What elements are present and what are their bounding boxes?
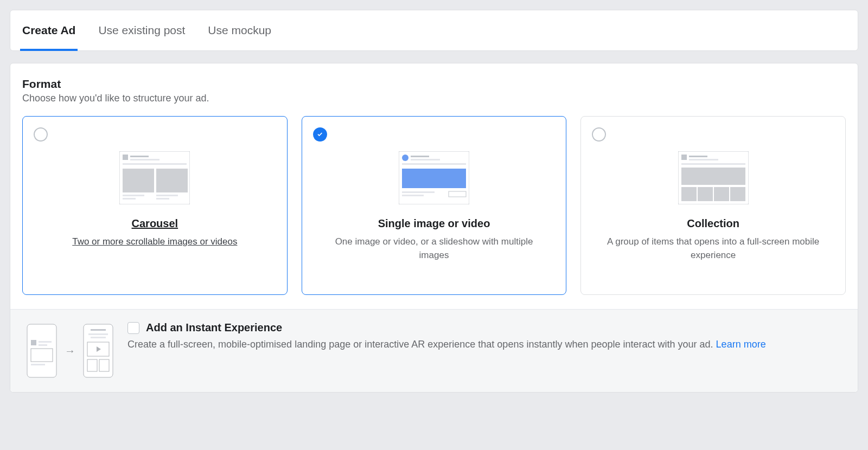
carousel-thumbnail-icon: [33, 151, 277, 204]
instant-experience-checkbox[interactable]: [127, 322, 139, 334]
svg-rect-26: [681, 187, 697, 201]
radio-collection[interactable]: [592, 127, 606, 142]
tabs: Create Ad Use existing post Use mockup: [10, 10, 858, 50]
svg-rect-13: [411, 156, 429, 157]
svg-rect-4: [123, 163, 187, 165]
single-thumbnail-icon: [312, 151, 557, 204]
tab-use-existing-post[interactable]: Use existing post: [98, 10, 185, 50]
tabs-panel: Create Ad Use existing post Use mockup: [10, 10, 858, 51]
check-icon: [316, 131, 324, 138]
format-card-carousel[interactable]: Carousel Two or more scrollable images o…: [22, 116, 288, 295]
svg-rect-38: [88, 333, 108, 335]
svg-rect-24: [681, 163, 745, 165]
svg-rect-17: [402, 191, 435, 193]
svg-rect-2: [130, 156, 149, 157]
tab-create-ad[interactable]: Create Ad: [22, 10, 75, 50]
svg-rect-22: [689, 156, 707, 157]
instant-experience-desc: Create a full-screen, mobile-optimised l…: [127, 337, 841, 352]
svg-rect-5: [123, 169, 154, 192]
radio-carousel[interactable]: [34, 127, 48, 142]
card-desc: A group of items that opens into a full-…: [601, 235, 826, 262]
instant-experience-illustration-icon: →: [27, 322, 113, 378]
svg-rect-16: [402, 169, 466, 188]
svg-rect-9: [123, 198, 136, 200]
card-desc: One image or video, or a slideshow with …: [322, 235, 547, 262]
svg-rect-37: [91, 329, 106, 331]
svg-rect-30: [27, 324, 56, 377]
radio-single[interactable]: [313, 127, 327, 142]
svg-rect-23: [689, 159, 718, 160]
svg-rect-35: [31, 364, 45, 365]
svg-rect-28: [714, 187, 729, 201]
svg-rect-10: [156, 198, 169, 200]
collection-thumbnail-icon: [591, 151, 835, 204]
svg-point-12: [402, 155, 409, 161]
svg-rect-7: [123, 195, 144, 196]
card-title: Single image or video: [312, 217, 557, 230]
svg-rect-39: [91, 337, 106, 338]
format-cards: Carousel Two or more scrollable images o…: [22, 116, 846, 295]
instant-experience-text: Add an Instant Experience Create a full-…: [127, 322, 841, 352]
format-card-collection[interactable]: Collection A group of items that opens i…: [580, 116, 846, 295]
svg-rect-14: [411, 159, 440, 160]
tab-label: Create Ad: [22, 24, 75, 37]
learn-more-link[interactable]: Learn more: [716, 339, 766, 350]
svg-rect-25: [681, 168, 745, 185]
tab-label: Use mockup: [208, 24, 271, 37]
svg-rect-33: [39, 344, 47, 346]
svg-rect-18: [402, 195, 424, 196]
format-card-single[interactable]: Single image or video One image or video…: [302, 116, 567, 295]
tab-use-mockup[interactable]: Use mockup: [208, 10, 271, 50]
instant-experience-title: Add an Instant Experience: [146, 322, 282, 334]
svg-rect-15: [402, 163, 466, 165]
instant-experience-row: → Add an Instant Experience Create a ful…: [10, 309, 858, 392]
instant-experience-desc-text: Create a full-screen, mobile-optimised l…: [127, 339, 716, 350]
card-desc: Two or more scrollable images or videos: [42, 235, 267, 249]
section-subtitle: Choose how you'd like to structure your …: [22, 93, 846, 104]
svg-rect-32: [39, 341, 52, 343]
arrow-right-icon: →: [65, 345, 75, 357]
format-panel: Format Choose how you'd like to structur…: [10, 63, 858, 393]
svg-rect-3: [130, 159, 159, 160]
svg-rect-31: [31, 340, 36, 345]
tab-label: Use existing post: [98, 24, 185, 37]
svg-rect-21: [681, 155, 687, 160]
svg-rect-1: [123, 155, 128, 160]
svg-rect-8: [156, 195, 178, 196]
svg-rect-27: [698, 187, 713, 201]
card-title: Carousel: [33, 217, 277, 230]
section-title: Format: [22, 78, 846, 91]
svg-rect-6: [156, 169, 188, 192]
svg-rect-29: [730, 187, 745, 201]
card-title: Collection: [591, 217, 835, 230]
